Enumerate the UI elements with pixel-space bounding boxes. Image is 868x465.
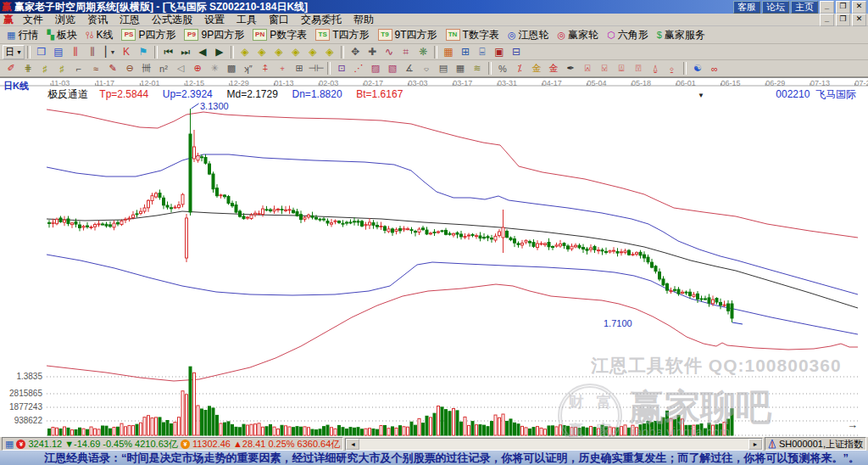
trendline-tool-icon[interactable]: ∿ <box>381 44 398 60</box>
gold-line2-icon[interactable]: 金 <box>545 60 562 76</box>
angle-left-icon[interactable]: ◁ <box>172 60 189 76</box>
horizontal-scrollbar[interactable]: ◄ ► <box>345 438 763 451</box>
waves-icon[interactable]: ≋ <box>469 60 486 76</box>
window-grid-icon[interactable]: ⊞ <box>291 60 308 76</box>
menu-item-help[interactable]: 帮助 <box>348 14 380 26</box>
kline-chart-area[interactable]: 日K线 11-0311-1712-0112-1512-2901-1302-030… <box>0 77 868 437</box>
flag-icon[interactable]: ⚑ <box>135 44 152 60</box>
angle-tool-icon[interactable]: ∡ <box>401 60 418 76</box>
toolbar-button-p-square[interactable]: PSP四方形 <box>117 26 180 44</box>
n2-icon[interactable]: n² <box>155 60 172 76</box>
candle-style-dropdown[interactable]: ⎮▼ <box>101 44 118 60</box>
ladder-icon[interactable]: ⍚ <box>664 60 681 76</box>
kline-chart-icon[interactable]: ⫼ <box>67 44 84 60</box>
toolbar-button-gann-wheel[interactable]: ◎江恩轮 <box>504 26 554 44</box>
menu-item-gann[interactable]: 江恩 <box>114 14 146 26</box>
percent-icon[interactable]: % <box>494 60 511 76</box>
menu-item-stock-picker[interactable]: 公式选股 <box>146 14 198 26</box>
scrollbar-right-icon[interactable]: ► <box>748 439 762 450</box>
diamond-tool-4-icon[interactable]: ◈ <box>287 44 304 60</box>
rays-icon[interactable]: ⋰ <box>350 60 367 76</box>
arc-tool-icon[interactable]: ⌔ <box>418 60 435 76</box>
kk-icon[interactable]: ʞ″ <box>240 60 257 76</box>
star-burst-icon[interactable]: ✳ <box>206 60 223 76</box>
menu-item-file[interactable]: 文件 <box>17 14 49 26</box>
band-icon[interactable]: ⍏ <box>257 60 274 76</box>
calendar-icon[interactable]: ▦ <box>440 44 457 60</box>
yinyang-icon[interactable]: ☯ <box>689 60 706 76</box>
gold-line-icon[interactable]: 金 <box>528 60 545 76</box>
diamond-tool-5-icon[interactable]: ◈ <box>304 44 321 60</box>
grid-3-icon[interactable]: ⋕ <box>19 60 36 76</box>
next-bar-icon[interactable]: ▶ <box>211 44 228 60</box>
wave-tool-icon[interactable]: ≈ <box>87 60 104 76</box>
target-icon[interactable]: ⊕ <box>189 60 206 76</box>
titlebar-link-home[interactable]: 主页 <box>791 1 818 14</box>
toolbar-button-kline[interactable]: ⫯⫰K线 <box>81 26 118 44</box>
grid-box-icon[interactable]: ▦ <box>452 60 469 76</box>
toolbar-button-t-square[interactable]: TST四方形 <box>311 26 373 44</box>
diamond-tool-6-icon[interactable]: ◈ <box>321 44 338 60</box>
rise-line-icon[interactable]: ⍍ <box>613 60 630 76</box>
ink-icon[interactable]: ✒ <box>562 60 579 76</box>
calculator-icon[interactable]: ⊞ <box>457 44 474 60</box>
computer-icon[interactable]: ⌸ <box>474 44 491 60</box>
infinity-icon[interactable]: ∞ <box>706 60 723 76</box>
lined-box-icon[interactable]: ▤ <box>435 60 452 76</box>
toolbar-button-nine-t-square[interactable]: T99T四方形 <box>374 26 442 44</box>
band2-icon[interactable]: ⍖ <box>274 60 291 76</box>
current-index-panel[interactable]: SH000001,上证指数 <box>765 437 866 451</box>
child-minimize-button[interactable]: _ <box>820 14 834 26</box>
menu-item-news[interactable]: 资讯 <box>81 14 114 26</box>
menu-item-trade[interactable]: 交易委托 <box>295 14 348 26</box>
first-bar-icon[interactable]: ⏮ <box>160 44 177 60</box>
crosshair-tool-icon[interactable]: ✚ <box>364 44 381 60</box>
toolbar-button-p-number-table[interactable]: PNP数字表 <box>248 26 311 44</box>
fan-up-icon[interactable]: ⌐ <box>70 60 87 76</box>
toolbar-button-quotes[interactable]: ▦行情 <box>3 26 42 44</box>
diamond-tool-3-icon[interactable]: ◈ <box>270 44 287 60</box>
gate-icon[interactable]: ⊡ <box>333 60 350 76</box>
child-restore-button[interactable]: ❐ <box>836 14 850 26</box>
restore-button[interactable]: ❐ <box>836 1 850 14</box>
scrollbar-left-icon[interactable]: ◄ <box>346 439 359 450</box>
menu-item-window[interactable]: 窗口 <box>263 14 295 26</box>
last-bar-icon[interactable]: ⏭ <box>177 44 194 60</box>
menu-item-settings[interactable]: 设置 <box>198 14 231 26</box>
hatch-box-icon[interactable]: ▨ <box>367 60 384 76</box>
hand-tool-icon[interactable]: ✥ <box>347 44 364 60</box>
toolbar-button-winner-service[interactable]: $赢家服务 <box>653 26 709 44</box>
pointer-pen-icon[interactable]: ✎ <box>104 60 121 76</box>
circle-slash-icon[interactable]: ⊖ <box>121 60 138 76</box>
gold-box-icon[interactable]: ⍓ <box>579 60 596 76</box>
menu-item-browse[interactable]: 浏览 <box>49 14 81 26</box>
info-panel-icon[interactable]: ▤ <box>50 44 67 60</box>
scroll-right-icon[interactable]: → <box>847 418 858 431</box>
comb-icon[interactable]: 卌 <box>138 60 155 76</box>
child-close-button[interactable]: ✕ <box>852 14 866 26</box>
percent-line-icon[interactable]: ⁒ <box>511 60 528 76</box>
tile-windows-icon[interactable]: ❒ <box>33 44 50 60</box>
shade-box-icon[interactable]: ▩ <box>223 60 240 76</box>
toolbar-button-nine-p-square[interactable]: P99P四方形 <box>180 26 248 44</box>
shell-tool-icon[interactable]: ❋ <box>415 44 431 60</box>
titlebar-link-forum[interactable]: 论坛 <box>762 1 789 14</box>
prev-bar-icon[interactable]: ◀ <box>194 44 211 60</box>
gold-box2-icon[interactable]: ⍌ <box>596 60 613 76</box>
indicator-window-icon[interactable]: K <box>118 44 135 60</box>
toolbar-button-hexagon[interactable]: ⬡六角形 <box>603 26 653 44</box>
fall-line-icon[interactable]: ⍔ <box>630 60 647 76</box>
barrier-icon[interactable]: ⊣⊢ <box>308 60 325 76</box>
period-dropdown[interactable]: 日▼ <box>3 45 25 59</box>
close-button[interactable]: ✕ <box>852 1 866 14</box>
gann-grid-icon[interactable]: ♯ <box>36 60 53 76</box>
minimize-button[interactable]: _ <box>820 1 834 14</box>
titlebar-link-support[interactable]: 客服 <box>733 1 760 14</box>
hatch-box2-icon[interactable]: ▧ <box>384 60 401 76</box>
menu-item-tools[interactable]: 工具 <box>231 14 263 26</box>
net-tool-icon[interactable]: ⌗ <box>398 44 415 60</box>
diamond-tool-1-icon[interactable]: ◈ <box>236 44 253 60</box>
steps-icon[interactable]: ⍙ <box>647 60 664 76</box>
truck-icon[interactable]: ⊟ <box>508 44 525 60</box>
gann-grid2-icon[interactable]: ♯ <box>53 60 70 76</box>
